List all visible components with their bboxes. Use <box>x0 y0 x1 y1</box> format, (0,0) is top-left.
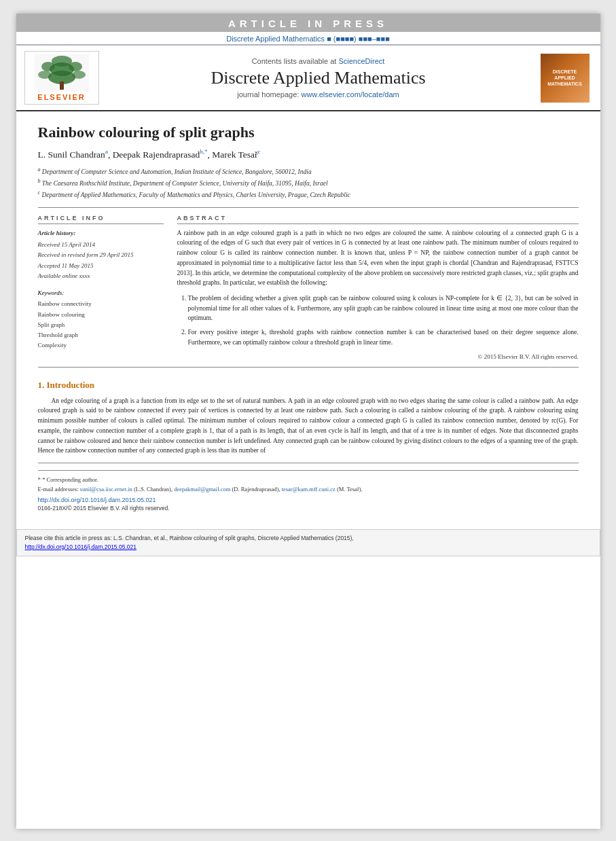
journal-center: Contents lists available at ScienceDirec… <box>106 51 531 105</box>
keyword-5: Complexity <box>38 340 164 351</box>
keyword-4: Threshold graph <box>38 330 164 340</box>
elsevier-logo: ELSEVIER <box>24 51 99 105</box>
affiliations: a Department of Computer Science and Aut… <box>38 166 579 200</box>
journal-homepage-line: journal homepage: www.elsevier.com/locat… <box>237 90 399 99</box>
revised-date: Received in revised form 29 April 2015 <box>38 251 134 258</box>
email3-person: (M. Tesař). <box>337 486 363 493</box>
article-title: Rainbow colouring of split graphs <box>38 124 579 141</box>
journal-header: ELSEVIER Contents lists available at Sci… <box>16 46 600 111</box>
homepage-label: journal homepage: <box>237 90 299 99</box>
divider-footnotes <box>38 463 579 463</box>
section-number: 1. <box>38 380 45 390</box>
article-info-col: ARTICLE INFO Article history: Received 1… <box>38 215 164 360</box>
author3-sup: c <box>258 148 261 155</box>
elsevier-tree-icon <box>35 54 89 92</box>
affiliation-a: a Department of Computer Science and Aut… <box>38 166 579 177</box>
abstract-list: The problem of deciding whether a given … <box>177 293 579 348</box>
email2-person: (D. Rajendraprasad), <box>232 486 280 493</box>
keyword-3: Split graph <box>38 320 164 330</box>
keyword-1: Rainbow connectivity <box>38 299 164 309</box>
citation-doi-text: http://dx.doi.org/10.1016/j.dam.2015.05.… <box>25 543 137 550</box>
divider-2 <box>38 367 579 368</box>
article-history: Article history: Received 15 April 2014 … <box>38 228 164 281</box>
article-in-press-banner: ARTICLE IN PRESS <box>16 14 600 32</box>
keywords-label: Keywords: <box>38 289 164 296</box>
author1-name: L. Sunil Chandran <box>38 149 105 160</box>
journal-link[interactable]: Discrete Applied Mathematics ■ (■■■■) ■■… <box>226 35 390 43</box>
email3-link[interactable]: tesar@kam.mff.cuni.cz <box>282 486 336 493</box>
contents-line: Contents lists available at ScienceDirec… <box>252 57 385 65</box>
received-date: Received 15 April 2014 <box>38 241 96 248</box>
email2-text: deepakmail@gmail.com <box>174 486 230 493</box>
footnote-emails: E-mail addresses: sunil@csa.iisc.ernet.i… <box>38 485 579 495</box>
sciencedirect-text: ScienceDirect <box>338 57 384 65</box>
svg-rect-8 <box>60 82 64 90</box>
footnote-star: * <box>38 476 41 483</box>
available-date: Available online xxxx <box>38 272 90 279</box>
authors-line: L. Sunil Chandrana, Deepak Rajendraprasa… <box>38 148 579 160</box>
abstract-text: A rainbow path in an edge coloured graph… <box>177 228 579 288</box>
email1-text: sunil@csa.iisc.ernet.in <box>80 486 132 493</box>
abstract-col: ABSTRACT A rainbow path in an edge colou… <box>177 215 579 360</box>
sciencedirect-link[interactable]: ScienceDirect <box>338 57 384 65</box>
abstract-para1: A rainbow path in an edge coloured graph… <box>177 230 579 287</box>
homepage-url-text: www.elsevier.com/locate/dam <box>301 90 399 99</box>
journal-link-text: Discrete Applied Mathematics <box>226 35 325 43</box>
banner-text: ARTICLE IN PRESS <box>228 18 388 29</box>
page: ARTICLE IN PRESS Discrete Applied Mathem… <box>16 14 600 829</box>
dam-logo: DISCRETE APPLIED MATHEMATICS <box>538 51 592 105</box>
article-info-header: ARTICLE INFO <box>38 215 164 224</box>
author3-name: , Marek Tesař <box>207 149 257 160</box>
email1-link[interactable]: sunil@csa.iisc.ernet.in <box>80 486 132 493</box>
doi-line: http://dx.doi.org/10.1016/j.dam.2015.05.… <box>38 497 579 503</box>
doi-text: http://dx.doi.org/10.1016/j.dam.2015.05.… <box>38 497 156 503</box>
affiliation-b: b The Caesarea Rothschild Institute, Dep… <box>38 177 579 188</box>
email-intro: E-mail addresses: <box>38 486 79 493</box>
email1-person: (L.S. Chandran), <box>134 486 173 493</box>
dam-logo-text: DISCRETE APPLIED MATHEMATICS <box>547 69 582 87</box>
introduction-para1: An edge colouring of a graph is a functi… <box>38 396 579 456</box>
doi-link[interactable]: http://dx.doi.org/10.1016/j.dam.2015.05.… <box>38 497 156 503</box>
author2-name: , Deepak Rajendraprasad <box>108 149 200 160</box>
citation-text: Please cite this article in press as: L.… <box>25 535 354 541</box>
contents-label: Contents lists available at <box>252 57 337 65</box>
journal-issue: ■ (■■■■) ■■■–■■■ <box>327 35 390 43</box>
divider-1 <box>38 207 579 208</box>
journal-name-heading: Discrete Applied Mathematics <box>211 67 425 88</box>
two-column-layout: ARTICLE INFO Article history: Received 1… <box>38 215 579 360</box>
corresponding-author-label: * Corresponding author. <box>42 476 98 483</box>
journal-link-bar: Discrete Applied Mathematics ■ (■■■■) ■■… <box>16 32 600 46</box>
keywords-list: Rainbow connectivity Rainbow colouring S… <box>38 299 164 351</box>
section-title-text: Introduction <box>47 380 95 390</box>
main-content: Rainbow colouring of split graphs L. Sun… <box>16 111 600 529</box>
author2-sup: b,* <box>200 148 207 155</box>
keyword-2: Rainbow colouring <box>38 310 164 320</box>
affiliation-c: c Department of Applied Mathematics, Fac… <box>38 189 579 200</box>
footnotes-area: * * Corresponding author. E-mail address… <box>38 470 579 494</box>
abstract-list-item-2: For every positive integer k, threshold … <box>188 327 579 347</box>
abstract-list-item-1: The problem of deciding whether a given … <box>188 293 579 323</box>
homepage-url[interactable]: www.elsevier.com/locate/dam <box>301 90 399 99</box>
copyright-line: © 2015 Elsevier B.V. All rights reserved… <box>177 353 579 360</box>
email2-link[interactable]: deepakmail@gmail.com <box>174 486 230 493</box>
footnote-star-line: * * Corresponding author. <box>38 475 579 485</box>
issn-line: 0166-218X/© 2015 Elsevier B.V. All right… <box>38 505 579 512</box>
dam-logo-box: DISCRETE APPLIED MATHEMATICS <box>541 54 590 103</box>
citation-doi-link[interactable]: http://dx.doi.org/10.1016/j.dam.2015.05.… <box>25 543 137 550</box>
history-label: Article history: <box>38 228 164 238</box>
citation-bar: Please cite this article in press as: L.… <box>16 529 600 556</box>
email3-text: tesar@kam.mff.cuni.cz <box>282 486 336 493</box>
abstract-header: ABSTRACT <box>177 215 579 224</box>
elsevier-label-text: ELSEVIER <box>37 93 85 101</box>
keywords-section: Keywords: Rainbow connectivity Rainbow c… <box>38 289 164 351</box>
accepted-date: Accepted 11 May 2015 <box>38 262 94 269</box>
section-title-intro: 1. Introduction <box>38 380 579 391</box>
